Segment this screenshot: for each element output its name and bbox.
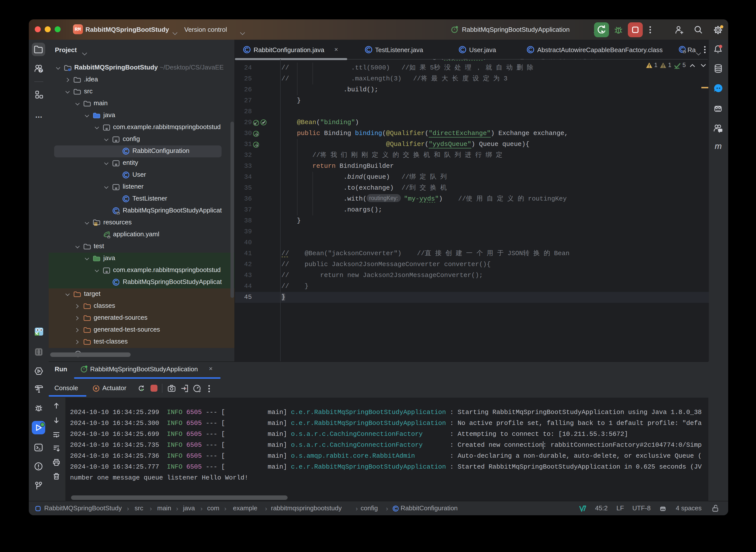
svg-text:?: ? (39, 68, 41, 73)
